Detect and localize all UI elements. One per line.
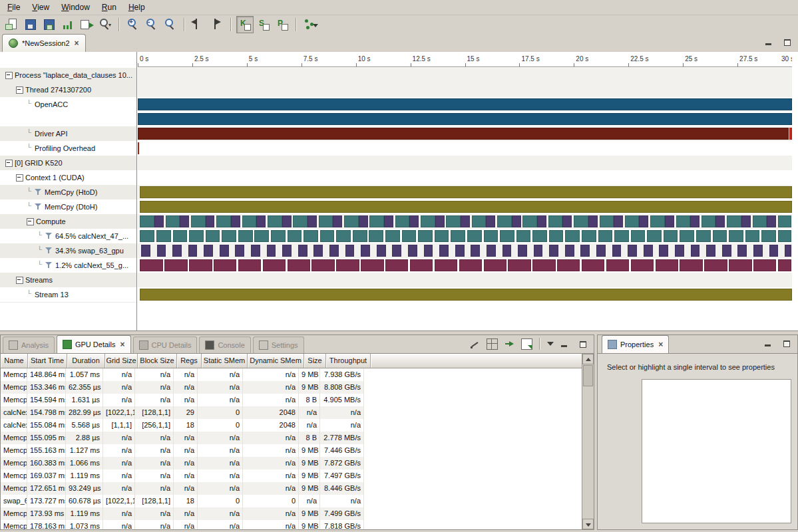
timeline-interval[interactable] [138, 128, 789, 140]
timeline-lane[interactable] [138, 82, 792, 97]
timeline-interval[interactable] [231, 215, 240, 227]
analysis-button[interactable] [301, 16, 319, 33]
close-tab-icon[interactable]: × [120, 341, 125, 348]
timeline-interval[interactable] [628, 245, 637, 257]
timeline-interval[interactable] [789, 128, 792, 140]
timeline-interval[interactable] [336, 230, 351, 242]
scroll-up-icon[interactable] [582, 354, 594, 364]
timeline-interval[interactable] [532, 259, 555, 271]
minimize-icon[interactable] [763, 339, 773, 348]
new-session-button[interactable] [3, 16, 21, 33]
collapse-toggle-icon[interactable] [5, 160, 13, 167]
table-row[interactable]: Memcpy155.095 ms2.88 µsn/an/an/an/an/a8 … [1, 432, 364, 444]
timeline-interval[interactable] [753, 259, 776, 271]
timeline-interval[interactable] [691, 245, 700, 257]
timeline-interval[interactable] [156, 230, 171, 242]
tree-row[interactable]: └64.5% calcNext_47_... [0, 229, 136, 244]
timeline-interval[interactable] [402, 230, 417, 242]
timeline-interval[interactable] [565, 230, 580, 242]
tree-row[interactable]: [0] GRID K520 [0, 156, 136, 171]
timeline-interval[interactable] [140, 201, 792, 213]
table-row[interactable]: Memcpy173.93 ms1.119 msn/an/an/an/an/a9 … [1, 507, 364, 520]
timeline-interval[interactable] [251, 245, 260, 257]
save-session-button[interactable] [41, 16, 58, 33]
timeline-interval[interactable] [696, 230, 711, 242]
timeline-interval[interactable] [439, 245, 449, 257]
profile-application-button[interactable] [59, 16, 77, 33]
timeline-interval[interactable] [680, 259, 702, 271]
minimize-icon[interactable] [763, 38, 774, 47]
next-marker-button[interactable] [208, 16, 226, 33]
timeline-interval[interactable] [745, 230, 760, 242]
timeline-interval[interactable] [562, 215, 572, 227]
timeline-lane[interactable] [138, 126, 792, 141]
timeline-interval[interactable] [606, 259, 629, 271]
timeline-interval[interactable] [154, 215, 164, 227]
column-header-static-smem[interactable]: Static SMem [202, 354, 248, 368]
timeline-interval[interactable] [191, 215, 206, 227]
timeline-interval[interactable] [408, 245, 417, 257]
timeline-interval[interactable] [729, 259, 751, 271]
go-to-timeline-icon[interactable] [504, 339, 514, 349]
collapse-toggle-icon[interactable] [16, 174, 23, 182]
timeline-interval[interactable] [548, 215, 563, 227]
timeline-interval[interactable] [565, 245, 574, 257]
timeline-interval[interactable] [435, 215, 445, 227]
tab-console[interactable]: Console [199, 336, 250, 353]
timeline-interval[interactable] [639, 215, 648, 227]
timeline-interval[interactable] [487, 245, 496, 257]
timeline-interval[interactable] [785, 245, 791, 257]
timeline-interval[interactable] [320, 230, 335, 242]
timeline-interval[interactable] [424, 245, 433, 257]
zoom-out-button[interactable]: - [143, 16, 160, 33]
close-session-tab-icon[interactable]: × [75, 40, 79, 47]
timeline-interval[interactable] [580, 245, 590, 257]
timeline-interval[interactable] [319, 215, 333, 227]
timeline-interval[interactable] [138, 142, 139, 154]
timeline-interval[interactable] [676, 215, 691, 227]
timeline-interval[interactable] [644, 245, 653, 257]
annotate-icon[interactable] [470, 339, 480, 349]
timeline-interval[interactable] [206, 215, 215, 227]
timeline-interval[interactable] [778, 259, 791, 271]
timeline-interval[interactable] [435, 230, 449, 242]
timeline-lane[interactable] [138, 68, 792, 82]
timeline-interval[interactable] [549, 245, 558, 257]
timeline-interval[interactable] [369, 230, 383, 242]
timeline-interval[interactable] [614, 230, 629, 242]
timeline-interval[interactable] [512, 215, 521, 227]
timeline-interval[interactable] [385, 259, 408, 271]
vertical-scrollbar[interactable] [582, 354, 594, 529]
timeline-interval[interactable] [214, 259, 236, 271]
timeline-interval[interactable] [727, 215, 741, 227]
timeline-interval[interactable] [267, 245, 276, 257]
timeline-interval[interactable] [313, 245, 323, 257]
timeline-interval[interactable] [484, 230, 499, 242]
timeline-interval[interactable] [268, 215, 282, 227]
timeline-interval[interactable] [778, 215, 791, 227]
timeline-interval[interactable] [596, 245, 606, 257]
timeline-interval[interactable] [344, 215, 359, 227]
tree-timeline-divider[interactable] [136, 52, 137, 331]
timeline-interval[interactable] [140, 259, 162, 271]
search-button[interactable]: ▾ [97, 16, 114, 33]
export-button[interactable] [78, 16, 95, 33]
timeline-interval[interactable] [157, 245, 166, 257]
menu-help[interactable]: Help [122, 1, 151, 14]
tree-row[interactable]: Streams [0, 273, 136, 288]
timeline-interval[interactable] [138, 113, 792, 125]
table-row[interactable]: Memcpy154.594 ms1.631 µsn/an/an/an/an/a8… [1, 394, 364, 406]
collapse-toggle-icon[interactable] [16, 277, 23, 284]
timeline-interval[interactable] [446, 215, 461, 227]
column-header-duration[interactable]: Duration [67, 354, 105, 368]
tab-cpu-details[interactable]: CPU Details [133, 336, 198, 353]
timeline-interval[interactable] [395, 215, 410, 227]
timeline-lane[interactable] [138, 243, 792, 258]
tree-row[interactable]: Process "laplace_data_clauses 10... [0, 68, 136, 83]
maximize-icon[interactable] [782, 38, 793, 47]
timeline-interval[interactable] [256, 215, 266, 227]
timeline-interval[interactable] [778, 230, 791, 242]
zoom-in-button[interactable]: + [124, 16, 142, 33]
timeline-interval[interactable] [140, 289, 792, 301]
session-tab[interactable]: *NewSession2 × [2, 34, 86, 53]
